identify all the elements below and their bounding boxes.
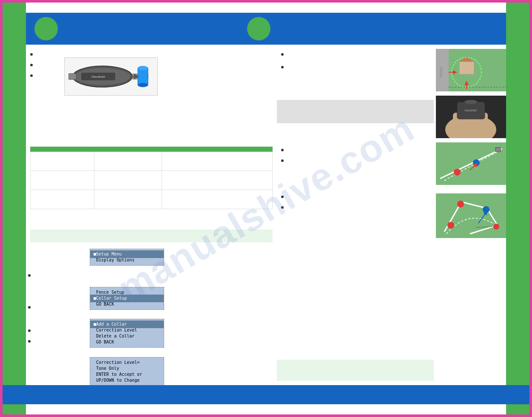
main-content: Havahart bbox=[26, 45, 506, 385]
svg-point-33 bbox=[447, 222, 454, 229]
svg-rect-31 bbox=[495, 148, 501, 152]
table-row bbox=[31, 152, 273, 171]
data-table bbox=[30, 147, 273, 209]
menu-screenshot-1: ■Setup Menu Display Options bbox=[90, 249, 164, 266]
table-cell bbox=[94, 152, 162, 171]
bullet-3 bbox=[30, 72, 35, 78]
svg-rect-4 bbox=[68, 74, 76, 79]
bullet-2 bbox=[30, 62, 35, 68]
table-cell bbox=[31, 190, 94, 209]
table-cell bbox=[94, 171, 162, 190]
fence-diagram-2 bbox=[436, 193, 506, 238]
hand-device-image: Havahart bbox=[436, 96, 506, 138]
table-row bbox=[31, 171, 273, 190]
svg-point-35 bbox=[483, 206, 489, 213]
svg-text:Havahart: Havahart bbox=[465, 109, 477, 112]
header-circle-left bbox=[34, 17, 58, 40]
menu-screenshot-3: ■Add a Collar Correction Level Delete a … bbox=[90, 319, 164, 348]
bottom-bar bbox=[26, 385, 506, 404]
right-bullet-2 bbox=[281, 64, 286, 70]
svg-point-29 bbox=[454, 169, 461, 176]
right-column: Street bbox=[277, 45, 506, 385]
bullet-1 bbox=[30, 51, 35, 57]
mid-bullet-2 bbox=[28, 304, 31, 310]
green-right-border bbox=[506, 0, 529, 417]
table-cell bbox=[94, 190, 162, 209]
svg-point-9 bbox=[138, 83, 148, 87]
right-bullet-6 bbox=[281, 157, 286, 163]
mid-bullet-1 bbox=[28, 272, 31, 278]
header-bar bbox=[26, 13, 506, 45]
bottom-blue-right bbox=[506, 385, 529, 404]
info-box-left bbox=[30, 230, 273, 242]
table-cell bbox=[31, 171, 94, 190]
gray-info-box bbox=[277, 100, 434, 123]
right-bullet-5 bbox=[281, 147, 286, 153]
table-row bbox=[31, 190, 273, 209]
map-image: Street bbox=[436, 49, 506, 91]
info-box-right bbox=[277, 360, 434, 381]
right-bullet-8 bbox=[281, 204, 286, 210]
green-left-border bbox=[3, 0, 26, 417]
svg-rect-32 bbox=[436, 193, 506, 238]
svg-text:Havahart: Havahart bbox=[91, 75, 105, 79]
svg-rect-13 bbox=[459, 62, 474, 74]
table-header-2 bbox=[94, 147, 162, 152]
transmitter-svg: Havahart bbox=[68, 62, 154, 91]
mid-bullet-3 bbox=[28, 327, 31, 333]
svg-point-8 bbox=[138, 66, 148, 70]
bottom-blue-left bbox=[3, 385, 26, 404]
menu-screenshot-2: Fence Setup ■Collar Setup GO BACK bbox=[90, 287, 164, 310]
svg-point-34 bbox=[457, 201, 464, 207]
svg-rect-7 bbox=[138, 68, 148, 85]
table-cell bbox=[162, 171, 273, 190]
svg-point-30 bbox=[473, 159, 480, 166]
svg-point-25 bbox=[464, 100, 477, 104]
right-bullet-7 bbox=[281, 193, 286, 199]
table-cell bbox=[31, 152, 94, 171]
table-header-1 bbox=[31, 147, 94, 152]
header-circle-right bbox=[247, 17, 270, 40]
fence-diagram-1 bbox=[436, 142, 506, 185]
product-image: Havahart bbox=[64, 57, 158, 96]
left-column: Havahart bbox=[26, 45, 277, 385]
right-bullet-1 bbox=[281, 51, 286, 57]
table-header-3 bbox=[162, 147, 273, 152]
menu-screenshot-4: Correction Level= Tone Only ENTER to Acc… bbox=[90, 357, 164, 385]
svg-text:Street: Street bbox=[439, 67, 443, 77]
table-cell bbox=[162, 190, 273, 209]
mid-bullet-4 bbox=[28, 338, 31, 344]
table-cell bbox=[162, 152, 273, 171]
